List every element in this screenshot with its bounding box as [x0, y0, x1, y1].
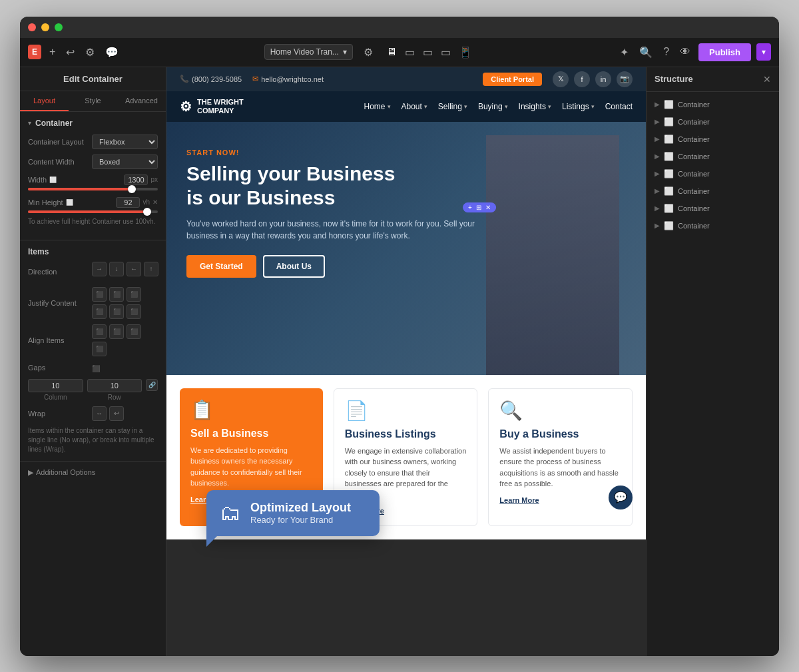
align-start-icon[interactable]: ⬛: [92, 324, 107, 339]
gap-link-icon[interactable]: 🔗: [146, 379, 158, 391]
min-height-value[interactable]: 92: [116, 197, 140, 208]
site-topbar: 📞 (800) 239-5085 ✉ hello@wrightco.net Cl…: [166, 67, 646, 91]
about-us-button[interactable]: About Us: [263, 255, 325, 278]
justify-evenly-icon[interactable]: ⬛: [127, 304, 141, 319]
mobile-icon[interactable]: 📱: [456, 43, 475, 61]
client-portal-button[interactable]: Client Portal: [483, 73, 542, 86]
additional-options-toggle[interactable]: ▶ Additional Options: [28, 468, 158, 477]
edit-add-icon[interactable]: +: [468, 204, 472, 211]
settings-page-icon[interactable]: ⚙: [361, 43, 376, 61]
gap-column-field[interactable]: [28, 379, 83, 392]
listings-card-title: Business Listings: [345, 428, 467, 440]
nav-buying[interactable]: Buying ▾: [478, 102, 508, 111]
optimized-layout-tooltip: 🗂 Optimized Layout Ready for Your Brand: [206, 490, 380, 536]
nav-insights[interactable]: Insights ▾: [519, 102, 551, 111]
nav-contact[interactable]: Contact: [605, 102, 633, 111]
page-selector[interactable]: Home Video Tran... ▾: [264, 44, 353, 60]
justify-center-icon[interactable]: ⬛: [109, 287, 124, 302]
tab-advanced[interactable]: Advanced: [117, 91, 166, 111]
justify-label: Justify Content: [28, 299, 88, 307]
width-label: Width ⬜: [28, 176, 57, 184]
publish-button[interactable]: Publish: [698, 43, 751, 61]
struct-item-7[interactable]: ▶ ⬜ Container: [647, 217, 779, 234]
publish-dropdown-button[interactable]: ▾: [756, 43, 771, 61]
justify-between-icon[interactable]: ⬛: [92, 304, 107, 319]
tab-layout[interactable]: Layout: [20, 91, 69, 111]
dir-up-icon[interactable]: ↑: [144, 262, 158, 276]
right-panel-close-button[interactable]: ✕: [763, 74, 771, 85]
edit-indicator: + ⊞ ✕: [313, 210, 646, 212]
struct-item-6[interactable]: ▶ ⬜ Container: [647, 200, 779, 217]
wrap-nowrap-icon[interactable]: ↔: [92, 406, 107, 421]
linkedin-icon[interactable]: in: [595, 71, 611, 87]
justify-start-icon[interactable]: ⬛: [92, 287, 107, 302]
add-icon[interactable]: +: [47, 43, 58, 61]
settings-icon[interactable]: ⚙: [83, 43, 97, 61]
site-social: Client Portal 𝕏 f in 📷: [483, 71, 633, 87]
maximize-button[interactable]: [55, 23, 63, 31]
width-slider-track[interactable]: [28, 188, 158, 190]
struct-item-1[interactable]: ▶ ⬜ Container: [647, 113, 779, 131]
left-panel-header: Edit Container: [20, 67, 166, 91]
email-contact: ✉ hello@wrightco.net: [252, 75, 324, 83]
gap-row-field[interactable]: [87, 379, 142, 392]
nav-home[interactable]: Home ▾: [364, 102, 390, 111]
facebook-icon[interactable]: f: [574, 71, 590, 87]
get-started-button[interactable]: Get Started: [186, 255, 256, 278]
struct-container-icon-4: ⬜: [664, 169, 674, 178]
justify-around-icon[interactable]: ⬛: [109, 304, 124, 319]
content-width-select[interactable]: Boxed: [92, 155, 158, 169]
align-stretch-icon[interactable]: ⬛: [92, 342, 107, 356]
edit-close-icon[interactable]: ✕: [485, 204, 491, 211]
tab-style[interactable]: Style: [69, 91, 117, 111]
instagram-icon[interactable]: 📷: [617, 71, 633, 87]
struct-container-icon-7: ⬜: [664, 221, 674, 230]
struct-item-5[interactable]: ▶ ⬜ Container: [647, 182, 779, 200]
align-end-icon[interactable]: ⬛: [127, 324, 141, 339]
nav-about[interactable]: About ▾: [401, 102, 427, 111]
desktop-icon[interactable]: 🖥: [384, 43, 400, 61]
selling-arrow: ▾: [464, 103, 467, 110]
mobile-landscape-icon[interactable]: ▭: [438, 43, 453, 61]
minimize-button[interactable]: [41, 23, 49, 31]
justify-icons: ⬛ ⬛ ⬛ ⬛ ⬛ ⬛: [92, 287, 158, 319]
nav-selling[interactable]: Selling ▾: [438, 102, 467, 111]
buy-card-link[interactable]: Learn More: [499, 496, 621, 504]
justify-end-icon[interactable]: ⬛: [127, 287, 141, 302]
close-button[interactable]: [28, 23, 36, 31]
wrap-wrap-icon[interactable]: ↩: [109, 406, 124, 421]
buying-arrow: ▾: [505, 103, 508, 110]
twitter-icon[interactable]: 𝕏: [553, 71, 569, 87]
dir-left-icon[interactable]: →: [92, 262, 107, 276]
toolbar-right: ✦ 🔍 ? 👁 Publish ▾: [617, 43, 771, 61]
min-height-slider-track[interactable]: [28, 210, 158, 213]
container-layout-select[interactable]: Flexbox: [92, 135, 158, 149]
chat-icon[interactable]: 💬: [103, 43, 121, 61]
preview-icon[interactable]: 👁: [677, 43, 693, 61]
container-section: ▾ Container Container Layout Flexbox Con…: [20, 112, 166, 240]
struct-item-0[interactable]: ▶ ⬜ Container: [647, 96, 779, 113]
direction-icons: → ↓ ← ↑: [92, 262, 158, 276]
tooltip-icon: 🗂: [220, 501, 241, 525]
direction-row: Direction → ↓ ← ↑: [28, 262, 158, 282]
dir-down-icon[interactable]: ↓: [109, 262, 124, 276]
chat-float-button[interactable]: 💬: [609, 486, 633, 509]
struct-item-3[interactable]: ▶ ⬜ Container: [647, 148, 779, 165]
share-icon[interactable]: ✦: [617, 43, 631, 61]
wrap-note: Items within the container can stay in a…: [28, 426, 158, 454]
tablet-icon[interactable]: ▭: [420, 43, 435, 61]
elementor-icon[interactable]: E: [28, 45, 41, 59]
align-center-icon[interactable]: ⬛: [109, 324, 124, 339]
help-icon[interactable]: ?: [661, 43, 672, 61]
history-icon[interactable]: ↩: [63, 43, 77, 61]
width-value[interactable]: 1300: [124, 174, 148, 185]
edit-grid-icon[interactable]: ⊞: [476, 204, 481, 211]
search-icon[interactable]: 🔍: [637, 43, 655, 61]
nav-listings[interactable]: Listings ▾: [562, 102, 595, 111]
wrap-icons: ↔ ↩: [92, 406, 124, 421]
middle-panel: 📞 (800) 239-5085 ✉ hello@wrightco.net Cl…: [166, 67, 646, 656]
struct-item-4[interactable]: ▶ ⬜ Container: [647, 165, 779, 182]
dir-right-icon[interactable]: ←: [127, 262, 141, 276]
struct-item-2[interactable]: ▶ ⬜ Container: [647, 131, 779, 148]
tablet-landscape-icon[interactable]: ▭: [402, 43, 417, 61]
